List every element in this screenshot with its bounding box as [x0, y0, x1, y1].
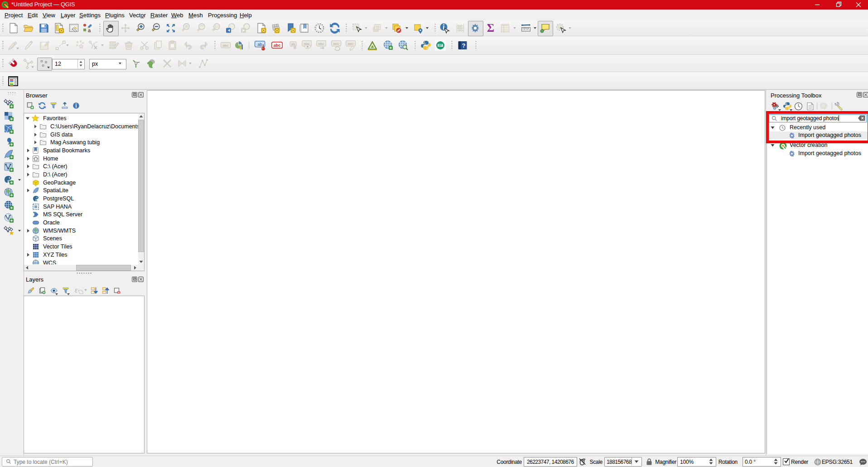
svg-text:abc: abc [274, 43, 281, 48]
svg-text:ab: ab [257, 42, 262, 47]
svg-text:a: a [88, 28, 91, 33]
svg-text:ab: ab [291, 42, 295, 46]
svg-text:1:1: 1:1 [215, 25, 219, 28]
svg-text:?: ? [462, 42, 466, 49]
